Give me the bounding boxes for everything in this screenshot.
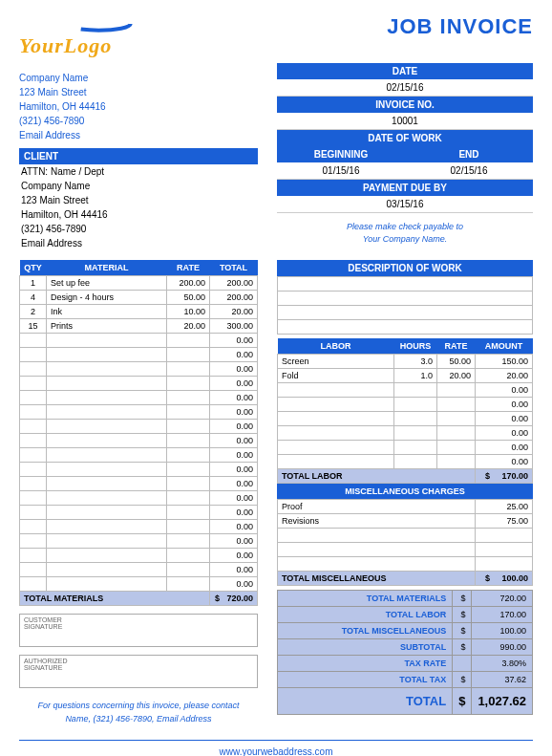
company-city: Hamilton, OH 44416 (19, 99, 258, 114)
col-amount: AMOUNT (476, 338, 533, 355)
sum-misc-lbl: TOTAL MISCELLANEOUS (278, 623, 453, 639)
table-row (278, 543, 533, 557)
logo-area: YourLogo (19, 14, 153, 58)
invoice-no-header: INVOICE NO. (277, 97, 533, 113)
payment-due-header: PAYMENT DUE BY (277, 180, 533, 196)
table-row: 0.00 (20, 377, 258, 391)
table-row: 0.00 (20, 563, 258, 577)
invoice-no-value: 10001 (277, 113, 533, 130)
client-attn: ATTN: Name / Dept (19, 164, 258, 179)
desc-row (278, 320, 533, 335)
client-block: ATTN: Name / Dept Company Name 123 Main … (19, 164, 258, 250)
table-row: 0.00 (20, 577, 258, 592)
sum-tax-lbl: TOTAL TAX (278, 672, 453, 688)
footer-url[interactable]: www.yourwebaddress.com (19, 740, 533, 756)
beginning-value: 01/15/16 (277, 162, 405, 180)
company-name: Company Name (19, 71, 258, 85)
table-row: 0.00 (20, 362, 258, 377)
sum-tax: 37.62 (472, 672, 533, 688)
table-row: 0.00 (278, 383, 533, 398)
table-row (278, 529, 533, 543)
table-row: 0.00 (20, 391, 258, 405)
col-labor: LABOR (278, 338, 394, 355)
col-material: MATERIAL (47, 260, 167, 276)
desc-row (278, 292, 533, 306)
currency-symbol: $ (215, 594, 220, 603)
client-phone: (321) 456-7890 (19, 222, 258, 236)
sum-sub-lbl: SUBTOTAL (278, 639, 453, 656)
table-row: 0.00 (278, 412, 533, 426)
table-row: 0.00 (278, 398, 533, 412)
end-header: END (405, 146, 533, 162)
col-rate: RATE (167, 260, 210, 276)
table-row: 0.00 (20, 520, 258, 534)
contact-line1: For questions concerning this invoice, p… (19, 700, 258, 713)
client-header: CLIENT (19, 148, 258, 164)
client-name: Company Name (19, 179, 258, 193)
col-total: TOTAL (210, 260, 258, 276)
page-title: JOB INVOICE (387, 14, 533, 39)
customer-signature-box: CUSTOMER SIGNATURE (19, 614, 258, 647)
beginning-header: BEGINNING (277, 146, 405, 162)
col-labor-rate: RATE (437, 338, 476, 355)
materials-total-label: TOTAL MATERIALS (20, 592, 210, 606)
payable-note: Please make check payable to Your Compan… (277, 221, 533, 245)
company-info: Company Name 123 Main Street Hamilton, O… (19, 71, 258, 142)
contact-note: For questions concerning this invoice, p… (19, 700, 258, 725)
table-row: 0.00 (278, 455, 533, 469)
labor-table: LABOR HOURS RATE AMOUNT Screen3.050.0015… (277, 338, 533, 484)
misc-total-label: TOTAL MISCELLANEOUS (278, 572, 476, 586)
table-row: 1Set up fee200.00200.00 (20, 276, 258, 291)
sum-mat: 720.00 (472, 591, 533, 607)
logo-text: YourLogo (19, 33, 153, 58)
col-qty: QTY (20, 260, 47, 276)
misc-total-row: TOTAL MISCELLANEOUS $ 100.00 (278, 572, 533, 586)
client-email: Email Address (19, 236, 258, 250)
date-of-work-header: DATE OF WORK (277, 130, 533, 146)
table-row: 0.00 (20, 506, 258, 520)
desc-work-table (277, 276, 533, 335)
materials-table: QTY MATERIAL RATE TOTAL 1Set up fee200.0… (19, 260, 258, 606)
sum-taxrate: 3.80% (472, 656, 533, 672)
company-phone: (321) 456-7890 (19, 114, 258, 128)
payment-due-value: 03/15/16 (277, 196, 533, 213)
desc-row (278, 306, 533, 320)
logo-swoosh-icon (19, 14, 153, 33)
table-row: 15Prints20.00300.00 (20, 319, 258, 334)
table-row: 0.00 (20, 549, 258, 563)
table-row: Proof25.00 (278, 500, 533, 514)
sum-taxrate-lbl: TAX RATE (278, 656, 453, 672)
end-value: 02/15/16 (405, 162, 533, 180)
table-row: 4Design - 4 hours50.00200.00 (20, 291, 258, 305)
table-row: 2Ink10.0020.00 (20, 305, 258, 319)
table-row: 0.00 (20, 448, 258, 463)
col-hours: HOURS (394, 338, 437, 355)
authorized-signature-box: AUTHORIZED SIGNATURE (19, 655, 258, 688)
sum-mat-lbl: TOTAL MATERIALS (278, 591, 453, 607)
table-row: 0.00 (20, 463, 258, 477)
payable-line2: Your Company Name. (277, 233, 533, 246)
table-row: 0.00 (20, 434, 258, 448)
table-row (278, 557, 533, 572)
sum-total-lbl: TOTAL (278, 688, 453, 715)
table-row: 0.00 (20, 348, 258, 362)
table-row: 0.00 (20, 420, 258, 434)
company-email: Email Address (19, 128, 258, 142)
sum-lab: 170.00 (472, 607, 533, 623)
labor-total-row: TOTAL LABOR $ 170.00 (278, 469, 533, 484)
table-row: 0.00 (20, 491, 258, 506)
svg-point-0 (67, 17, 131, 30)
labor-total-label: TOTAL LABOR (278, 469, 476, 484)
client-street: 123 Main Street (19, 193, 258, 207)
misc-table: Proof25.00Revisions75.00 TOTAL MISCELLAN… (277, 499, 533, 586)
desc-row (278, 277, 533, 292)
table-row: 0.00 (20, 534, 258, 549)
table-row: Fold1.020.0020.00 (278, 369, 533, 383)
table-row: 0.00 (20, 334, 258, 348)
table-row: 0.00 (278, 441, 533, 455)
sum-total: 1,027.62 (472, 688, 533, 715)
table-row: Screen3.050.00150.00 (278, 355, 533, 369)
table-row: Revisions75.00 (278, 514, 533, 529)
table-row: 0.00 (20, 477, 258, 491)
contact-line2: Name, (321) 456-7890, Email Address (19, 713, 258, 726)
